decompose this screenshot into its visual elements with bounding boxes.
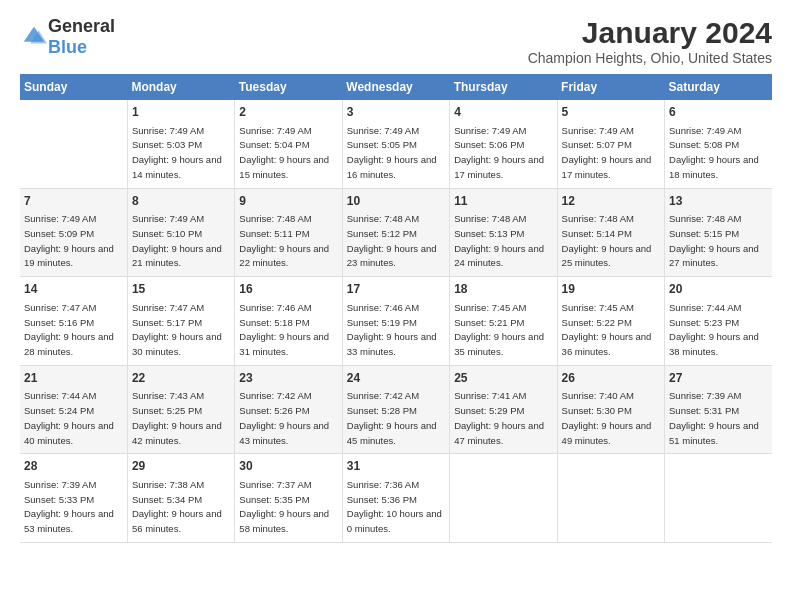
cell-info: Sunrise: 7:45 AMSunset: 5:22 PMDaylight:… (562, 302, 652, 357)
day-number: 13 (669, 193, 768, 210)
day-number: 26 (562, 370, 660, 387)
day-number: 15 (132, 281, 230, 298)
calendar-cell: 3Sunrise: 7:49 AMSunset: 5:05 PMDaylight… (342, 100, 449, 188)
cell-info: Sunrise: 7:46 AMSunset: 5:18 PMDaylight:… (239, 302, 329, 357)
logo: General Blue (20, 16, 115, 58)
calendar-cell: 19Sunrise: 7:45 AMSunset: 5:22 PMDayligh… (557, 277, 664, 366)
day-of-week-header: Thursday (450, 74, 557, 100)
day-number: 10 (347, 193, 445, 210)
day-number: 5 (562, 104, 660, 121)
cell-info: Sunrise: 7:36 AMSunset: 5:36 PMDaylight:… (347, 479, 442, 534)
calendar-cell (20, 100, 127, 188)
calendar-cell: 2Sunrise: 7:49 AMSunset: 5:04 PMDaylight… (235, 100, 342, 188)
calendar-week-row: 28Sunrise: 7:39 AMSunset: 5:33 PMDayligh… (20, 454, 772, 543)
day-of-week-header: Monday (127, 74, 234, 100)
cell-info: Sunrise: 7:49 AMSunset: 5:03 PMDaylight:… (132, 125, 222, 180)
title-area: January 2024 Champion Heights, Ohio, Uni… (528, 16, 772, 66)
cell-info: Sunrise: 7:49 AMSunset: 5:07 PMDaylight:… (562, 125, 652, 180)
cell-info: Sunrise: 7:42 AMSunset: 5:28 PMDaylight:… (347, 390, 437, 445)
calendar-cell (557, 454, 664, 543)
calendar-cell: 30Sunrise: 7:37 AMSunset: 5:35 PMDayligh… (235, 454, 342, 543)
calendar-cell: 17Sunrise: 7:46 AMSunset: 5:19 PMDayligh… (342, 277, 449, 366)
day-of-week-header: Saturday (665, 74, 772, 100)
calendar-cell: 9Sunrise: 7:48 AMSunset: 5:11 PMDaylight… (235, 188, 342, 277)
calendar-cell: 20Sunrise: 7:44 AMSunset: 5:23 PMDayligh… (665, 277, 772, 366)
calendar-cell: 16Sunrise: 7:46 AMSunset: 5:18 PMDayligh… (235, 277, 342, 366)
calendar-cell: 7Sunrise: 7:49 AMSunset: 5:09 PMDaylight… (20, 188, 127, 277)
cell-info: Sunrise: 7:48 AMSunset: 5:12 PMDaylight:… (347, 213, 437, 268)
day-number: 19 (562, 281, 660, 298)
day-number: 29 (132, 458, 230, 475)
calendar-cell: 26Sunrise: 7:40 AMSunset: 5:30 PMDayligh… (557, 365, 664, 454)
cell-info: Sunrise: 7:48 AMSunset: 5:11 PMDaylight:… (239, 213, 329, 268)
day-number: 4 (454, 104, 552, 121)
day-number: 23 (239, 370, 337, 387)
day-number: 31 (347, 458, 445, 475)
calendar-cell: 29Sunrise: 7:38 AMSunset: 5:34 PMDayligh… (127, 454, 234, 543)
cell-info: Sunrise: 7:49 AMSunset: 5:05 PMDaylight:… (347, 125, 437, 180)
cell-info: Sunrise: 7:42 AMSunset: 5:26 PMDaylight:… (239, 390, 329, 445)
calendar-cell: 28Sunrise: 7:39 AMSunset: 5:33 PMDayligh… (20, 454, 127, 543)
cell-info: Sunrise: 7:48 AMSunset: 5:15 PMDaylight:… (669, 213, 759, 268)
calendar-cell: 21Sunrise: 7:44 AMSunset: 5:24 PMDayligh… (20, 365, 127, 454)
cell-info: Sunrise: 7:48 AMSunset: 5:14 PMDaylight:… (562, 213, 652, 268)
day-number: 27 (669, 370, 768, 387)
cell-info: Sunrise: 7:39 AMSunset: 5:33 PMDaylight:… (24, 479, 114, 534)
calendar-cell: 27Sunrise: 7:39 AMSunset: 5:31 PMDayligh… (665, 365, 772, 454)
cell-info: Sunrise: 7:47 AMSunset: 5:16 PMDaylight:… (24, 302, 114, 357)
day-of-week-header: Sunday (20, 74, 127, 100)
cell-info: Sunrise: 7:49 AMSunset: 5:06 PMDaylight:… (454, 125, 544, 180)
calendar-cell: 14Sunrise: 7:47 AMSunset: 5:16 PMDayligh… (20, 277, 127, 366)
calendar-cell: 11Sunrise: 7:48 AMSunset: 5:13 PMDayligh… (450, 188, 557, 277)
calendar-cell: 1Sunrise: 7:49 AMSunset: 5:03 PMDaylight… (127, 100, 234, 188)
logo-general-text: General (48, 16, 115, 36)
cell-info: Sunrise: 7:44 AMSunset: 5:24 PMDaylight:… (24, 390, 114, 445)
cell-info: Sunrise: 7:49 AMSunset: 5:04 PMDaylight:… (239, 125, 329, 180)
cell-info: Sunrise: 7:44 AMSunset: 5:23 PMDaylight:… (669, 302, 759, 357)
calendar-cell: 8Sunrise: 7:49 AMSunset: 5:10 PMDaylight… (127, 188, 234, 277)
calendar-cell: 12Sunrise: 7:48 AMSunset: 5:14 PMDayligh… (557, 188, 664, 277)
calendar-cell: 13Sunrise: 7:48 AMSunset: 5:15 PMDayligh… (665, 188, 772, 277)
cell-info: Sunrise: 7:49 AMSunset: 5:09 PMDaylight:… (24, 213, 114, 268)
calendar-cell: 18Sunrise: 7:45 AMSunset: 5:21 PMDayligh… (450, 277, 557, 366)
day-number: 2 (239, 104, 337, 121)
logo-blue-text: Blue (48, 37, 87, 57)
day-number: 20 (669, 281, 768, 298)
cell-info: Sunrise: 7:43 AMSunset: 5:25 PMDaylight:… (132, 390, 222, 445)
location-subtitle: Champion Heights, Ohio, United States (528, 50, 772, 66)
cell-info: Sunrise: 7:47 AMSunset: 5:17 PMDaylight:… (132, 302, 222, 357)
cell-info: Sunrise: 7:39 AMSunset: 5:31 PMDaylight:… (669, 390, 759, 445)
cell-info: Sunrise: 7:48 AMSunset: 5:13 PMDaylight:… (454, 213, 544, 268)
day-number: 3 (347, 104, 445, 121)
day-of-week-header: Friday (557, 74, 664, 100)
calendar-week-row: 1Sunrise: 7:49 AMSunset: 5:03 PMDaylight… (20, 100, 772, 188)
calendar-cell: 22Sunrise: 7:43 AMSunset: 5:25 PMDayligh… (127, 365, 234, 454)
day-number: 16 (239, 281, 337, 298)
calendar-cell: 15Sunrise: 7:47 AMSunset: 5:17 PMDayligh… (127, 277, 234, 366)
day-number: 6 (669, 104, 768, 121)
calendar-cell: 5Sunrise: 7:49 AMSunset: 5:07 PMDaylight… (557, 100, 664, 188)
day-of-week-header: Tuesday (235, 74, 342, 100)
day-number: 18 (454, 281, 552, 298)
day-number: 1 (132, 104, 230, 121)
cell-info: Sunrise: 7:38 AMSunset: 5:34 PMDaylight:… (132, 479, 222, 534)
day-number: 21 (24, 370, 123, 387)
calendar-cell: 24Sunrise: 7:42 AMSunset: 5:28 PMDayligh… (342, 365, 449, 454)
day-number: 28 (24, 458, 123, 475)
calendar-cell: 6Sunrise: 7:49 AMSunset: 5:08 PMDaylight… (665, 100, 772, 188)
calendar-cell: 25Sunrise: 7:41 AMSunset: 5:29 PMDayligh… (450, 365, 557, 454)
calendar-week-row: 21Sunrise: 7:44 AMSunset: 5:24 PMDayligh… (20, 365, 772, 454)
day-number: 22 (132, 370, 230, 387)
header: General Blue January 2024 Champion Heigh… (20, 16, 772, 66)
day-number: 17 (347, 281, 445, 298)
calendar-table: SundayMondayTuesdayWednesdayThursdayFrid… (20, 74, 772, 543)
cell-info: Sunrise: 7:40 AMSunset: 5:30 PMDaylight:… (562, 390, 652, 445)
day-number: 7 (24, 193, 123, 210)
month-title: January 2024 (528, 16, 772, 50)
calendar-cell: 31Sunrise: 7:36 AMSunset: 5:36 PMDayligh… (342, 454, 449, 543)
calendar-cell (450, 454, 557, 543)
day-number: 11 (454, 193, 552, 210)
calendar-cell (665, 454, 772, 543)
cell-info: Sunrise: 7:49 AMSunset: 5:10 PMDaylight:… (132, 213, 222, 268)
calendar-week-row: 14Sunrise: 7:47 AMSunset: 5:16 PMDayligh… (20, 277, 772, 366)
